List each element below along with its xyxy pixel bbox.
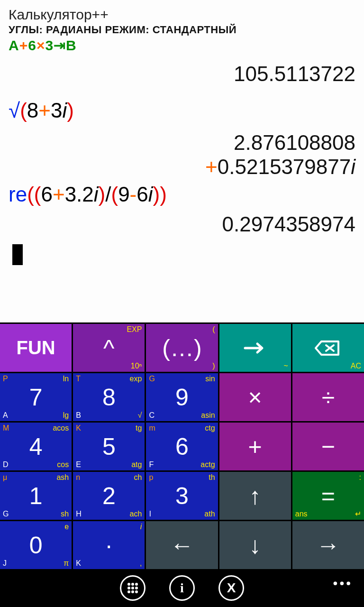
digit-0[interactable]: 0eJπ [0, 521, 72, 569]
digit-2[interactable]: 2nchHach [73, 472, 145, 520]
cursor-up-button[interactable]: ↑ [219, 472, 291, 520]
subtract-button[interactable]: − [292, 423, 364, 470]
bottom-bar: i X ••• [0, 569, 364, 607]
digit-7[interactable]: 7PlnAlg [0, 373, 72, 421]
svg-point-0 [127, 583, 130, 586]
more-icon[interactable]: ••• [333, 576, 353, 591]
svg-point-8 [135, 590, 138, 593]
keypad: FUN ^ EXP10ⁿ (…) () ~ AC 7PlnAlg 8TexpB√… [0, 322, 364, 569]
cursor-left-button[interactable]: ← [146, 521, 218, 569]
info-icon[interactable]: i [169, 575, 195, 601]
svg-point-4 [131, 587, 134, 589]
divide-button[interactable]: ÷ [292, 373, 364, 421]
result-3b: +0.5215379877i [9, 155, 355, 179]
digit-3[interactable]: 3pthIath [146, 472, 218, 520]
close-icon[interactable]: X [218, 575, 244, 601]
input-cursor [12, 244, 23, 265]
expression-4: re((6+3.2i)/(9-6i)) [9, 183, 355, 207]
digit-9[interactable]: 9GsinCasin [146, 373, 218, 421]
digit-8[interactable]: 8TexpB√ [73, 373, 145, 421]
cursor-right-button[interactable]: → [292, 521, 364, 569]
equals-button[interactable]: =:ans↵ [292, 472, 364, 520]
keyboard-hint: A+6×3⇥B [9, 37, 355, 54]
cursor-down-button[interactable]: ↓ [219, 521, 291, 569]
app-title: Калькулятор++ [9, 7, 355, 23]
paren-button[interactable]: (…) () [146, 324, 218, 372]
add-button[interactable]: + [219, 423, 291, 470]
svg-point-1 [131, 583, 134, 586]
svg-point-7 [131, 590, 134, 593]
multiply-button[interactable]: × [219, 373, 291, 421]
calculation-history[interactable]: 105.5113722 √(8+3i) 2.876108808 +0.52153… [9, 62, 355, 270]
result-5: 0.2974358974 [9, 212, 355, 237]
mode-line: УГЛЫ: РАДИАНЫ РЕЖИМ: СТАНДАРТНЫЙ [9, 24, 355, 36]
svg-point-6 [127, 590, 130, 593]
display-area: Калькулятор++ УГЛЫ: РАДИАНЫ РЕЖИМ: СТАНД… [0, 0, 364, 322]
result-1: 105.5113722 [9, 62, 355, 86]
result-3a: 2.876108808 [9, 131, 355, 155]
fun-button[interactable]: FUN [0, 324, 72, 372]
digit-5[interactable]: 5KtgEatg [73, 423, 145, 470]
svg-point-2 [135, 583, 138, 586]
backspace-button[interactable]: AC [292, 324, 364, 372]
decimal-button[interactable]: ·iK, [73, 521, 145, 569]
power-button[interactable]: ^ EXP10ⁿ [73, 324, 145, 372]
digit-6[interactable]: 6mctgFactg [146, 423, 218, 470]
digit-4[interactable]: 4MacosDcos [0, 423, 72, 470]
execute-button[interactable]: ~ [219, 324, 291, 372]
svg-point-3 [127, 587, 130, 589]
digit-1[interactable]: 1μashGsh [0, 472, 72, 520]
expression-2: √(8+3i) [9, 99, 355, 123]
svg-point-5 [135, 587, 138, 589]
apps-icon[interactable] [120, 575, 146, 601]
